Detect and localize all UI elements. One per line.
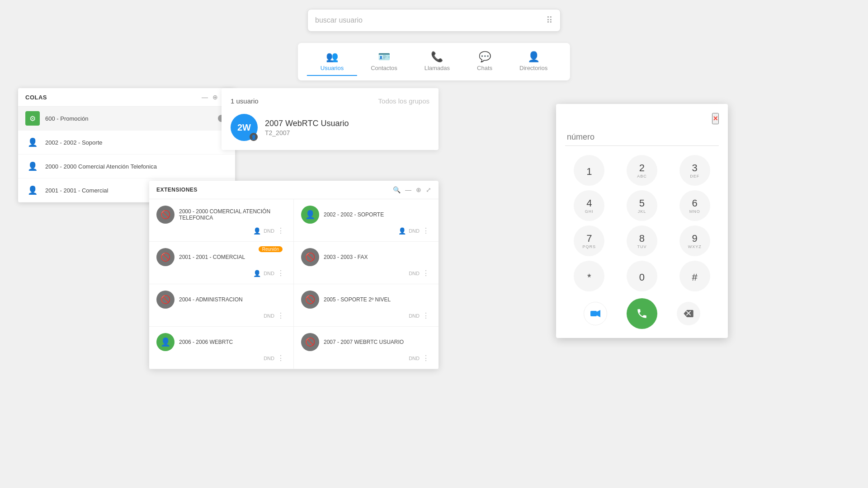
search-container: ⠿ bbox=[307, 9, 561, 32]
ext-2007-dnd-label: DND bbox=[409, 356, 420, 361]
tab-usuarios[interactable]: 👥 Usuarios bbox=[307, 47, 357, 76]
ext-2007-more[interactable]: ⋮ bbox=[422, 354, 429, 362]
tab-llamadas[interactable]: 📞 Llamadas bbox=[411, 47, 463, 76]
dialer-btn-7[interactable]: 7 PQRS bbox=[574, 225, 604, 256]
colas-move[interactable]: ⊕ bbox=[212, 94, 218, 101]
ext-2000-dnd-label: DND bbox=[264, 228, 274, 234]
ext-2005-dnd-label: DND bbox=[409, 313, 420, 319]
colas-item-600-text: 600 - Promoción bbox=[45, 115, 212, 122]
llamadas-icon: 📞 bbox=[431, 51, 443, 63]
dialer-btn-1[interactable]: 1 bbox=[574, 155, 604, 186]
tab-usuarios-label: Usuarios bbox=[321, 65, 344, 71]
ext-expand[interactable]: ⤢ bbox=[426, 186, 431, 193]
ext-2006-dnd-label: DND bbox=[264, 356, 274, 361]
ext-item-2007[interactable]: 🚫 2007 - 2007 WEBRTC USUARIO DND ⋮ bbox=[294, 327, 439, 369]
users-count: 1 usuario bbox=[231, 97, 259, 105]
extensiones-header: EXTENSIONES 🔍 — ⊕ ⤢ bbox=[149, 181, 439, 199]
colas-item-2002-text: 2002 - 2002 - Soporte bbox=[45, 139, 228, 146]
users-group: Todos los grupos bbox=[378, 97, 429, 105]
search-input[interactable] bbox=[315, 16, 546, 24]
dialer-actions bbox=[565, 298, 719, 329]
users-panel: 1 usuario Todos los grupos 2W 👤 2007 Web… bbox=[222, 88, 439, 150]
ext-2003-more[interactable]: ⋮ bbox=[422, 269, 429, 277]
backspace-button[interactable] bbox=[677, 302, 700, 325]
extensiones-panel: EXTENSIONES 🔍 — ⊕ ⤢ 🚫 2000 - 2000 COMERC… bbox=[149, 181, 439, 369]
colas-item-2000[interactable]: 👤 2000 - 2000 Comercial Atención Telefon… bbox=[18, 155, 235, 178]
ext-2000-more[interactable]: ⋮ bbox=[277, 226, 284, 235]
ext-2000-top: 🚫 2000 - 2000 COMERCIAL ATENCIÓN TELEFON… bbox=[156, 206, 286, 224]
dialer-btn-0[interactable]: 0 bbox=[627, 261, 657, 291]
ext-2004-dnd-label: DND bbox=[264, 313, 274, 319]
ext-item-2004[interactable]: 🚫 2004 - ADMINISTRACION DND ⋮ bbox=[149, 284, 294, 327]
contactos-icon: 🪪 bbox=[378, 51, 390, 63]
ext-item-2001[interactable]: Reunión 🚫 2001 - 2001 - COMERCIAL 👤 DND … bbox=[149, 242, 294, 284]
extensiones-controls: 🔍 — ⊕ ⤢ bbox=[393, 186, 431, 193]
backspace-icon bbox=[684, 310, 693, 317]
ext-2006-more[interactable]: ⋮ bbox=[277, 354, 284, 362]
colas-item-2001-icon: 👤 bbox=[25, 183, 40, 197]
user-item[interactable]: 2W 👤 2007 WebRTC Usuario T2_2007 bbox=[231, 114, 429, 141]
ext-2001-avatar: 🚫 bbox=[156, 248, 175, 266]
grid-icon[interactable]: ⠿ bbox=[546, 15, 553, 26]
dialer-btn-hash[interactable]: # bbox=[679, 261, 710, 291]
dialer-btn-9[interactable]: 9 WXYZ bbox=[679, 225, 710, 256]
ext-2002-dnd-icon: 👤 bbox=[398, 227, 406, 235]
directorios-icon: 👤 bbox=[528, 51, 540, 63]
ext-search-icon[interactable]: 🔍 bbox=[393, 186, 401, 193]
ext-2001-bottom: 👤 DND ⋮ bbox=[156, 269, 286, 277]
ext-item-2005[interactable]: 🚫 2005 - SOPORTE 2º NIVEL DND ⋮ bbox=[294, 284, 439, 327]
tab-directorios[interactable]: 👤 Directorios bbox=[506, 47, 561, 76]
colas-minimize[interactable]: — bbox=[202, 94, 208, 101]
ext-2003-avatar: 🚫 bbox=[301, 248, 319, 266]
ext-2005-top: 🚫 2005 - SOPORTE 2º NIVEL bbox=[301, 291, 431, 309]
ext-2003-dnd-label: DND bbox=[409, 271, 420, 276]
dialer-btn-6[interactable]: 6 MNO bbox=[679, 190, 710, 221]
colas-header: COLAS — ⊕ ⤢ bbox=[18, 88, 235, 107]
extensiones-grid: 🚫 2000 - 2000 COMERCIAL ATENCIÓN TELEFON… bbox=[149, 199, 439, 369]
ext-item-2002[interactable]: 👤 2002 - 2002 - SOPORTE 👤 DND ⋮ bbox=[294, 199, 439, 242]
colas-item-2002[interactable]: 👤 2002 - 2002 - Soporte bbox=[18, 131, 235, 155]
phone-icon bbox=[636, 308, 648, 319]
ext-2005-bottom: DND ⋮ bbox=[301, 311, 431, 320]
ext-2002-avatar: 👤 bbox=[301, 206, 319, 224]
ext-2000-avatar: 🚫 bbox=[156, 206, 175, 224]
ext-2005-more[interactable]: ⋮ bbox=[422, 311, 429, 320]
dialer-panel: × 1 2 ABC 3 DEF 4 GHI 5 JKL 6 MNO 7 bbox=[556, 104, 728, 338]
user-extension: T2_2007 bbox=[265, 129, 349, 136]
dialer-btn-star[interactable]: * bbox=[574, 261, 604, 291]
ext-move[interactable]: ⊕ bbox=[416, 186, 421, 193]
colas-item-600[interactable]: ⚙ 600 - Promoción 3 bbox=[18, 107, 235, 131]
colas-item-2002-icon: 👤 bbox=[25, 135, 40, 150]
nav-tabs: 👥 Usuarios 🪪 Contactos 📞 Llamadas 💬 Chat… bbox=[298, 43, 570, 80]
dialer-btn-5[interactable]: 5 JKL bbox=[627, 190, 657, 221]
svg-marker-1 bbox=[597, 310, 600, 317]
colas-item-2000-icon: 👤 bbox=[25, 159, 40, 174]
dialer-number-input[interactable] bbox=[565, 129, 719, 146]
dialer-close-button[interactable]: × bbox=[712, 113, 719, 124]
status-icon: 👤 bbox=[250, 133, 258, 141]
ext-2001-dnd-label: DND bbox=[264, 271, 274, 276]
ext-2001-dnd-icon: 👤 bbox=[253, 270, 261, 277]
tab-chats[interactable]: 💬 Chats bbox=[463, 47, 506, 76]
user-name: 2007 WebRTC Usuario bbox=[265, 119, 349, 128]
dialer-btn-3[interactable]: 3 DEF bbox=[679, 155, 710, 186]
svg-rect-0 bbox=[590, 311, 597, 316]
video-call-button[interactable] bbox=[584, 302, 607, 325]
ext-minimize[interactable]: — bbox=[405, 186, 411, 193]
ext-2002-more[interactable]: ⋮ bbox=[422, 226, 429, 235]
dialer-btn-8[interactable]: 8 TUV bbox=[627, 225, 657, 256]
dialer-btn-2[interactable]: 2 ABC bbox=[627, 155, 657, 186]
reunion-badge: Reunión bbox=[259, 246, 283, 252]
ext-item-2000[interactable]: 🚫 2000 - 2000 COMERCIAL ATENCIÓN TELEFON… bbox=[149, 199, 294, 242]
users-header: 1 usuario Todos los grupos bbox=[231, 97, 429, 105]
colas-item-600-icon: ⚙ bbox=[25, 111, 40, 126]
ext-2004-more[interactable]: ⋮ bbox=[277, 311, 284, 320]
ext-2001-more[interactable]: ⋮ bbox=[277, 269, 284, 277]
dialer-keypad: 1 2 ABC 3 DEF 4 GHI 5 JKL 6 MNO 7 PQRS 8 bbox=[565, 155, 719, 291]
ext-item-2006[interactable]: 👤 2006 - 2006 WEBRTC DND ⋮ bbox=[149, 327, 294, 369]
call-button[interactable] bbox=[627, 298, 657, 329]
dialer-btn-4[interactable]: 4 GHI bbox=[574, 190, 604, 221]
tab-contactos[interactable]: 🪪 Contactos bbox=[357, 47, 411, 76]
ext-2002-top: 👤 2002 - 2002 - SOPORTE bbox=[301, 206, 431, 224]
ext-item-2003[interactable]: 🚫 2003 - 2003 - FAX DND ⋮ bbox=[294, 242, 439, 284]
